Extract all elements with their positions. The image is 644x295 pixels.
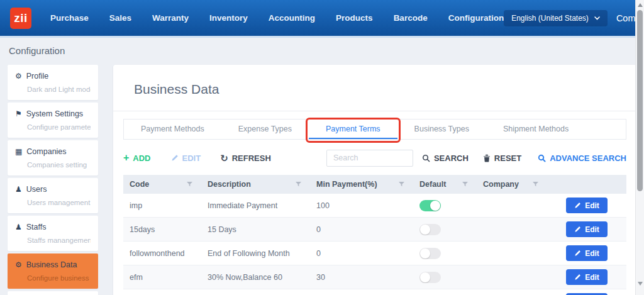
tab-label: Expense Types bbox=[238, 125, 292, 133]
cell-default bbox=[413, 248, 477, 259]
chevron-down-icon bbox=[594, 16, 600, 20]
pencil-icon bbox=[574, 250, 581, 257]
scrollbar-up-arrow-icon[interactable] bbox=[638, 3, 643, 7]
default-toggle[interactable] bbox=[419, 248, 441, 259]
pencil-icon bbox=[574, 226, 581, 233]
tab[interactable]: Payment Methods bbox=[124, 120, 221, 139]
cell-actions: Edit bbox=[547, 245, 626, 261]
pencil-icon bbox=[574, 274, 581, 281]
refresh-icon: ↻ bbox=[220, 153, 228, 163]
tab[interactable]: Expense Types bbox=[221, 120, 309, 139]
sidebar-item[interactable]: ⚙ Business Data Configure business data bbox=[8, 253, 98, 289]
table-toolbar: + ADD EDIT ↻ REFRESH bbox=[123, 149, 626, 167]
nav-item[interactable]: Products bbox=[336, 13, 373, 23]
toggle-knob bbox=[430, 201, 440, 211]
column-header-default[interactable]: Default bbox=[413, 175, 477, 194]
nav-item[interactable]: Inventory bbox=[209, 13, 248, 23]
add-button[interactable]: + ADD bbox=[123, 153, 151, 163]
filter-icon[interactable] bbox=[187, 182, 192, 187]
toggle-knob bbox=[420, 272, 430, 282]
edit-button[interactable]: Edit bbox=[566, 245, 608, 261]
toggle-knob bbox=[420, 225, 430, 235]
filter-icon[interactable] bbox=[533, 182, 538, 187]
sidebar-item-icon: ⚙ bbox=[15, 261, 22, 269]
filter-icon[interactable] bbox=[296, 182, 301, 187]
nav-item[interactable]: Configuration bbox=[448, 13, 504, 23]
scrollbar-thumb[interactable] bbox=[637, 10, 643, 191]
edit-button-label: Edit bbox=[585, 225, 599, 234]
advance-search-button[interactable]: ADVANCE SEARCH bbox=[538, 153, 626, 163]
sidebar-item[interactable]: ♟ Users Users management bbox=[8, 178, 98, 213]
cell-actions: Edit bbox=[547, 269, 626, 285]
search-button[interactable]: SEARCH bbox=[422, 153, 469, 163]
edit-button[interactable]: Edit bbox=[566, 269, 608, 285]
plus-icon: + bbox=[123, 153, 129, 163]
sidebar-item-label: Staffs bbox=[26, 223, 47, 231]
sidebar-item[interactable]: ▦ Warehouse bbox=[8, 291, 98, 295]
default-toggle[interactable] bbox=[419, 272, 441, 283]
toggle-knob bbox=[420, 248, 430, 259]
column-header-min-payment[interactable]: Min Payment(%) bbox=[310, 175, 413, 194]
edit-button-label: Edit bbox=[585, 273, 599, 282]
default-toggle[interactable] bbox=[419, 200, 441, 211]
tab[interactable]: Shipment Methods bbox=[486, 120, 586, 139]
sidebar-item-icon: ▦ bbox=[15, 148, 22, 155]
language-selector[interactable]: English (United States) bbox=[504, 10, 608, 26]
sidebar-item-label: Profile bbox=[26, 72, 48, 81]
tab-label: Payment Terms bbox=[326, 125, 380, 133]
sidebar-item[interactable]: ⚑ System Settings Configure parameters bbox=[8, 103, 98, 138]
cell-code: imp bbox=[123, 201, 201, 210]
payment-terms-table: Code Description Min Payment(%) Default bbox=[123, 175, 626, 295]
cell-default bbox=[413, 272, 477, 283]
search-input[interactable] bbox=[326, 150, 413, 167]
column-header-description[interactable]: Description bbox=[201, 175, 310, 194]
cell-min-payment: 0 bbox=[310, 249, 413, 258]
nav-item[interactable]: Barcode bbox=[394, 13, 428, 23]
table-row: followmonthend End of Following Month 0 bbox=[123, 242, 626, 265]
trash-icon bbox=[483, 154, 491, 162]
edit-toolbar-button[interactable]: EDIT bbox=[171, 153, 201, 163]
filter-icon[interactable] bbox=[462, 182, 468, 187]
sidebar-item[interactable]: ▦ Companies Companies setting bbox=[8, 140, 98, 175]
scrollbar-down-arrow-icon[interactable] bbox=[638, 282, 643, 286]
main-nav-menu: Purchase Sales Warranty Inventory Accoun… bbox=[50, 13, 504, 23]
refresh-button[interactable]: ↻ REFRESH bbox=[220, 153, 271, 163]
business-data-panel: Business Data Payment Methods Expense Ty… bbox=[113, 65, 636, 295]
nav-item[interactable]: Sales bbox=[109, 13, 131, 23]
edit-toolbar-label: EDIT bbox=[182, 153, 201, 163]
column-header-code[interactable]: Code bbox=[123, 175, 201, 194]
sidebar-item-subtitle: Configure business data bbox=[27, 274, 91, 282]
tab-label: Payment Methods bbox=[141, 125, 204, 133]
sidebar-item-subtitle: Configure parameters bbox=[27, 123, 91, 131]
cell-actions: Edit bbox=[547, 221, 626, 237]
refresh-button-label: REFRESH bbox=[232, 153, 271, 163]
tab[interactable]: Payment Terms bbox=[309, 120, 397, 139]
app-logo[interactable]: zii bbox=[10, 8, 31, 29]
search-button-label: SEARCH bbox=[434, 153, 469, 163]
nav-item[interactable]: Accounting bbox=[269, 13, 315, 23]
tab[interactable]: Business Types bbox=[397, 120, 486, 139]
sidebar-item[interactable]: ⚙ Profile Dark and Light mode, L... bbox=[8, 65, 98, 100]
pencil-icon bbox=[171, 154, 179, 162]
sidebar-item-subtitle: Users management bbox=[27, 199, 91, 206]
sidebar-item-icon: ♟ bbox=[15, 223, 22, 231]
edit-button[interactable]: Edit bbox=[566, 221, 608, 237]
filter-icon[interactable] bbox=[399, 182, 404, 187]
reset-button[interactable]: RESET bbox=[483, 153, 521, 163]
column-header-company[interactable]: Company bbox=[477, 175, 547, 194]
cell-min-payment: 30 bbox=[310, 273, 413, 282]
cell-description: 15 Days bbox=[201, 225, 310, 234]
nav-item[interactable]: Purchase bbox=[50, 13, 89, 23]
cell-code: followmonthend bbox=[123, 249, 201, 258]
sidebar-item-icon: ⚙ bbox=[15, 72, 22, 80]
sidebar-item-subtitle: Staffs manangement bbox=[27, 237, 91, 244]
page-scrollbar[interactable] bbox=[635, 0, 644, 295]
table-header-row: Code Description Min Payment(%) Default bbox=[123, 175, 626, 194]
navbar-right-group: English (United States) Company:Branch 2 bbox=[504, 9, 644, 28]
edit-button[interactable]: Edit bbox=[566, 198, 608, 213]
nav-item[interactable]: Warranty bbox=[152, 13, 189, 23]
language-selector-label: English (United States) bbox=[511, 14, 589, 23]
app: { "navbar": { "logo_text": "zii", "items… bbox=[0, 0, 644, 295]
sidebar-item[interactable]: ♟ Staffs Staffs manangement bbox=[8, 216, 98, 251]
default-toggle[interactable] bbox=[419, 224, 441, 235]
